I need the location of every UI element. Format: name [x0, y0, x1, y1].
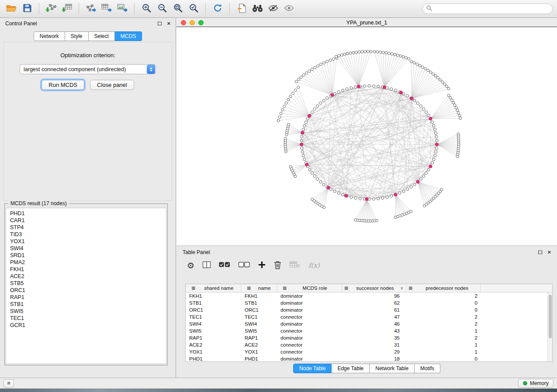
table-cell	[481, 334, 552, 341]
column-header-shared-name[interactable]: ▦ shared name	[186, 284, 241, 292]
export-network-button[interactable]	[83, 2, 99, 16]
table-row[interactable]: STB1STB1dominator620	[186, 299, 552, 306]
find-neighbors-button[interactable]	[249, 2, 265, 16]
table-scrollbar[interactable]	[547, 292, 552, 361]
mcds-result-list[interactable]: PHD1CAR1STP4TID3YOX1SWI4SRD1PMA2FKH1ACE2…	[6, 208, 166, 364]
table-row[interactable]: ORC1ORC1dominator610	[186, 306, 552, 313]
table-row[interactable]: RAP1RAP1dominator352	[186, 334, 552, 341]
mcds-result-item[interactable]: CAR1	[10, 217, 166, 224]
table-row[interactable]: SWI5SWI5connector431	[186, 327, 552, 334]
select-all-columns-button[interactable]	[219, 262, 230, 269]
network-canvas[interactable]	[176, 27, 557, 245]
duplicate-network-button[interactable]	[234, 2, 249, 16]
mcds-result-item[interactable]: RAP1	[10, 294, 166, 301]
mcds-result-item[interactable]: SWI4	[10, 245, 166, 252]
toolbar-separator	[134, 3, 135, 14]
close-panel-button[interactable]: Close panel	[90, 80, 134, 90]
open-file-button[interactable]	[3, 2, 19, 16]
tab-mcds[interactable]: MCDS	[115, 31, 142, 41]
column-header-name[interactable]: ▦ name	[241, 284, 277, 292]
table-row[interactable]: TEC1TEC1connector472	[186, 313, 552, 320]
mcds-result-item[interactable]: PMA2	[10, 259, 166, 266]
table-cell	[481, 292, 552, 299]
mcds-result-item[interactable]: PHD1	[10, 210, 166, 217]
zoom-in-button[interactable]	[138, 2, 154, 16]
table-row[interactable]: FKH1FKH1dominator962	[186, 292, 552, 299]
delete-column-button[interactable]	[274, 261, 281, 271]
float-panel-icon[interactable]	[538, 251, 542, 254]
table-row[interactable]: YOX1YOX1connector291	[186, 348, 552, 355]
mcds-result-item[interactable]: TEC1	[10, 315, 166, 322]
column-header-mcds-role[interactable]: ▦ MCDS role	[277, 284, 342, 292]
refresh-button[interactable]	[210, 2, 225, 16]
tab-style[interactable]: Style	[65, 31, 89, 41]
table-cell: ORC1	[241, 306, 277, 313]
table-cell: dominator	[277, 299, 342, 306]
tab-edge-table[interactable]: Edge Table	[332, 364, 370, 373]
optimization-criterion-label: Optimization criterion:	[4, 52, 172, 58]
memory-button[interactable]: Memory	[518, 379, 554, 388]
mcds-result-item[interactable]: TID3	[10, 231, 166, 238]
table-row[interactable]: ACE2ACE2connector311	[186, 341, 552, 348]
table-cell: dominator	[277, 320, 342, 327]
network-graph[interactable]	[176, 27, 557, 245]
mcds-result-item[interactable]: FKH1	[10, 266, 166, 273]
close-panel-icon[interactable]: ×	[547, 250, 551, 254]
mcds-result-item[interactable]: YOX1	[10, 238, 166, 245]
close-panel-icon[interactable]: ×	[167, 21, 170, 26]
column-header-predecessor-nodes[interactable]: ▦ predecessor nodes	[406, 284, 481, 292]
table-row[interactable]: SWI4SWI4dominator462	[186, 320, 552, 327]
criterion-dropdown[interactable]: largest connected component (undirected)	[20, 64, 156, 74]
tab-motifs[interactable]: Motifs	[415, 364, 440, 373]
table-cell: 0	[406, 299, 481, 306]
table-cell: STB1	[241, 299, 277, 306]
hide-details-button[interactable]	[265, 2, 281, 16]
delete-table-button[interactable]	[290, 261, 300, 269]
mcds-result-item[interactable]: SWI5	[10, 308, 166, 315]
column-header-successor-nodes[interactable]: ▦ successor nodes ∨	[342, 284, 406, 292]
table-cell: 43	[342, 327, 406, 334]
search-icon	[426, 5, 432, 13]
control-panel-tabs: Network Style Select MCDS	[0, 31, 176, 41]
show-columns-button[interactable]	[203, 261, 211, 269]
mcds-result-item[interactable]: SRD1	[10, 252, 166, 259]
search-input[interactable]	[435, 6, 549, 12]
table-settings-button[interactable]: ⚙	[187, 261, 194, 270]
save-session-button[interactable]	[19, 2, 35, 16]
add-column-button[interactable]	[258, 261, 266, 270]
import-table-button[interactable]	[59, 2, 75, 16]
eye-icon	[284, 4, 294, 13]
mcds-result-item[interactable]: STB5	[10, 280, 166, 287]
mcds-result-item[interactable]: STB1	[10, 301, 166, 308]
table-cell: YOX1	[186, 348, 241, 355]
search-box[interactable]	[422, 3, 553, 14]
float-panel-icon[interactable]	[158, 22, 162, 25]
table-tabs: Node Table Edge Table Network Table Moti…	[176, 364, 557, 373]
table-cell: SWI5	[186, 327, 241, 334]
scrollbar-thumb[interactable]	[549, 295, 552, 338]
mcds-result-item[interactable]: ORC1	[10, 287, 166, 294]
run-mcds-button[interactable]: Run MCDS	[42, 80, 84, 90]
deselect-all-columns-button[interactable]	[239, 262, 250, 269]
zoom-selected-button[interactable]	[186, 2, 201, 16]
zoom-fit-button[interactable]	[170, 2, 186, 16]
export-image-button[interactable]	[114, 2, 130, 16]
table-row[interactable]: PHD1PHD1dominator180	[186, 355, 552, 362]
columns-icon	[203, 261, 211, 269]
duplicate-document-icon	[237, 3, 246, 14]
tab-network[interactable]: Network	[34, 31, 65, 41]
task-history-button[interactable]: ≡	[3, 379, 14, 388]
import-network-button[interactable]	[43, 2, 59, 16]
import-table-icon	[62, 3, 73, 14]
export-table-button[interactable]	[99, 2, 114, 16]
status-bar: ≡ Memory	[0, 378, 557, 389]
zoom-out-button[interactable]	[154, 2, 170, 16]
mcds-result-item[interactable]: GCR1	[10, 322, 166, 329]
tab-select[interactable]: Select	[89, 31, 115, 41]
mcds-result-item[interactable]: STP4	[10, 224, 166, 231]
tab-network-table[interactable]: Network Table	[370, 364, 415, 373]
function-builder-button[interactable]: f(x)	[308, 261, 320, 269]
tab-node-table[interactable]: Node Table	[293, 364, 332, 373]
mcds-result-item[interactable]: ACE2	[10, 273, 166, 280]
show-details-button[interactable]	[281, 2, 297, 16]
